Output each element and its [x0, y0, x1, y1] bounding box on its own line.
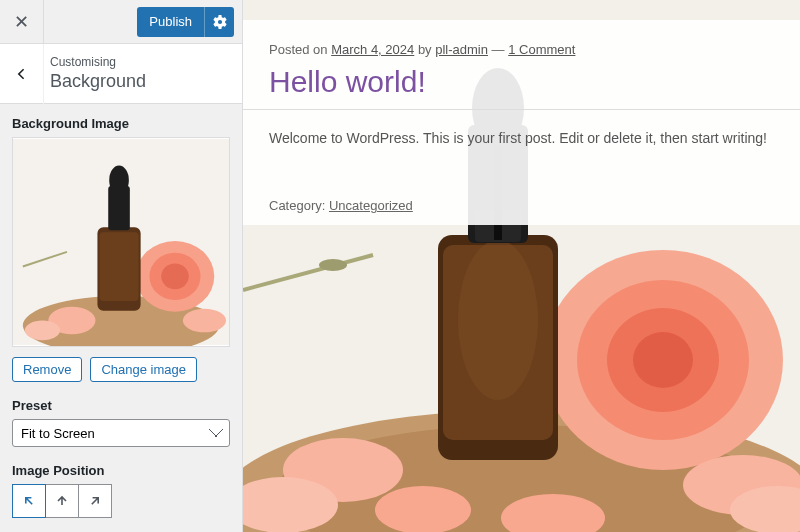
position-label: Image Position — [12, 463, 230, 478]
section-header: Customising Background — [0, 44, 242, 104]
post-author-link[interactable]: pll-admin — [435, 42, 488, 57]
position-grid — [12, 484, 230, 518]
top-bar: ✕ Publish — [0, 0, 242, 44]
chevron-left-icon — [14, 66, 30, 82]
position-top-right[interactable] — [78, 484, 112, 518]
close-icon: ✕ — [14, 11, 29, 33]
post-date-link[interactable]: March 4, 2024 — [331, 42, 414, 57]
close-button[interactable]: ✕ — [0, 0, 44, 44]
svg-point-19 — [633, 332, 693, 388]
back-button[interactable] — [0, 44, 44, 104]
svg-point-7 — [25, 321, 60, 341]
meta-by: by — [414, 42, 435, 57]
bg-image-label: Background Image — [12, 116, 230, 131]
change-image-button[interactable]: Change image — [90, 357, 197, 382]
category-label: Category: — [269, 198, 329, 213]
preset-select[interactable]: Fit to Screen — [12, 419, 230, 447]
meta-sep: — — [488, 42, 508, 57]
svg-point-34 — [319, 259, 347, 271]
position-top-left[interactable] — [12, 484, 46, 518]
controls-panel: Background Image Remove Change image — [0, 104, 242, 532]
category-link[interactable]: Uncategorized — [329, 198, 413, 213]
publish-settings-button[interactable] — [204, 7, 234, 37]
image-buttons: Remove Change image — [12, 357, 230, 382]
post-title[interactable]: Hello world! — [269, 65, 774, 99]
post-comments-link[interactable]: 1 Comment — [508, 42, 575, 57]
gear-icon — [213, 15, 227, 29]
post-preview: Posted on March 4, 2024 by pll-admin — 1… — [243, 20, 800, 225]
bg-image-thumbnail[interactable] — [12, 137, 230, 347]
post-category: Category: Uncategorized — [269, 198, 774, 213]
arrow-top-right-icon — [87, 493, 103, 509]
svg-point-6 — [183, 309, 226, 333]
svg-rect-9 — [99, 232, 138, 301]
preview-pane: Posted on March 4, 2024 by pll-admin — 1… — [243, 0, 800, 532]
section-titles: Customising Background — [44, 55, 146, 92]
section-title: Background — [50, 71, 146, 92]
post-body: Welcome to WordPress. This is your first… — [269, 130, 774, 146]
arrow-top-left-icon — [21, 493, 37, 509]
preset-label: Preset — [12, 398, 230, 413]
arrow-up-icon — [54, 493, 70, 509]
thumbnail-image — [13, 138, 229, 346]
publish-button[interactable]: Publish — [137, 7, 204, 37]
post-divider — [243, 109, 800, 110]
svg-point-4 — [161, 264, 188, 290]
svg-point-22 — [375, 486, 471, 532]
post-meta: Posted on March 4, 2024 by pll-admin — 1… — [269, 42, 774, 57]
svg-point-11 — [109, 165, 129, 194]
remove-image-button[interactable]: Remove — [12, 357, 82, 382]
svg-point-28 — [458, 240, 538, 400]
position-top-center[interactable] — [45, 484, 79, 518]
meta-posted-on: Posted on — [269, 42, 331, 57]
section-subtitle: Customising — [50, 55, 146, 69]
customizer-sidebar: ✕ Publish Customising Background Backgro… — [0, 0, 243, 532]
